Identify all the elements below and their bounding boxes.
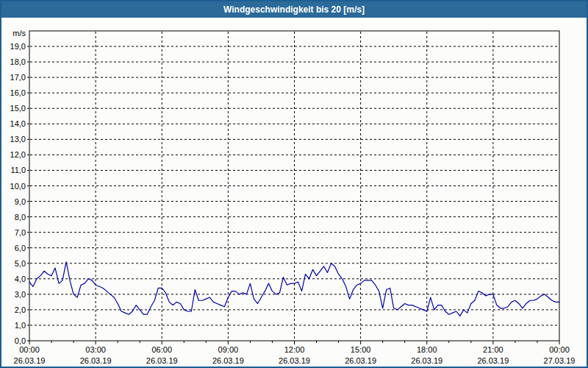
svg-text:09:00: 09:00 (218, 345, 239, 354)
chart-window: Windgeschwindigkeit bis 20 [m/s] 0,01,02… (0, 0, 588, 368)
svg-text:26.03.19: 26.03.19 (411, 356, 442, 365)
svg-text:4,0: 4,0 (15, 275, 26, 283)
svg-text:0,0: 0,0 (15, 336, 26, 345)
svg-text:12,0: 12,0 (10, 150, 26, 159)
svg-text:26.03.19: 26.03.19 (345, 356, 376, 365)
svg-text:06:00: 06:00 (151, 345, 172, 354)
svg-text:3,0: 3,0 (15, 290, 26, 299)
svg-text:26.03.19: 26.03.19 (14, 356, 46, 365)
svg-text:17,0: 17,0 (10, 73, 26, 82)
svg-text:03:00: 03:00 (85, 345, 106, 354)
svg-text:8,0: 8,0 (15, 213, 26, 222)
svg-text:16,0: 16,0 (10, 88, 26, 97)
svg-text:18:00: 18:00 (417, 345, 437, 354)
chart-area: 0,01,02,03,04,05,06,07,08,09,010,011,012… (1, 18, 587, 367)
svg-text:6,0: 6,0 (15, 244, 26, 252)
svg-text:m/s: m/s (12, 29, 26, 38)
svg-text:27.03.19: 27.03.19 (544, 356, 576, 365)
svg-text:10,0: 10,0 (10, 182, 26, 191)
svg-text:11,0: 11,0 (10, 166, 26, 174)
svg-text:26.03.19: 26.03.19 (212, 356, 244, 365)
svg-text:2,0: 2,0 (15, 305, 26, 314)
svg-text:9,0: 9,0 (15, 197, 26, 206)
svg-text:7,0: 7,0 (15, 228, 26, 237)
svg-text:26.03.19: 26.03.19 (80, 356, 112, 365)
svg-text:26.03.19: 26.03.19 (279, 356, 310, 365)
svg-text:12:00: 12:00 (284, 345, 305, 354)
svg-text:14,0: 14,0 (10, 119, 26, 128)
svg-text:15:00: 15:00 (351, 345, 371, 354)
svg-text:15,0: 15,0 (10, 104, 26, 113)
svg-text:21:00: 21:00 (483, 345, 503, 354)
wind-speed-line-chart: 0,01,02,03,04,05,06,07,08,09,010,011,012… (1, 18, 587, 367)
svg-text:13,0: 13,0 (10, 135, 26, 144)
svg-text:00:00: 00:00 (19, 345, 40, 354)
svg-text:26.03.19: 26.03.19 (477, 356, 509, 365)
svg-text:5,0: 5,0 (15, 259, 26, 268)
chart-title-bar: Windgeschwindigkeit bis 20 [m/s] (1, 1, 587, 18)
svg-text:1,0: 1,0 (15, 321, 26, 330)
svg-text:00:00: 00:00 (549, 345, 570, 354)
svg-text:26.03.19: 26.03.19 (146, 356, 178, 365)
svg-text:18,0: 18,0 (10, 57, 26, 66)
svg-text:19,0: 19,0 (10, 42, 26, 51)
